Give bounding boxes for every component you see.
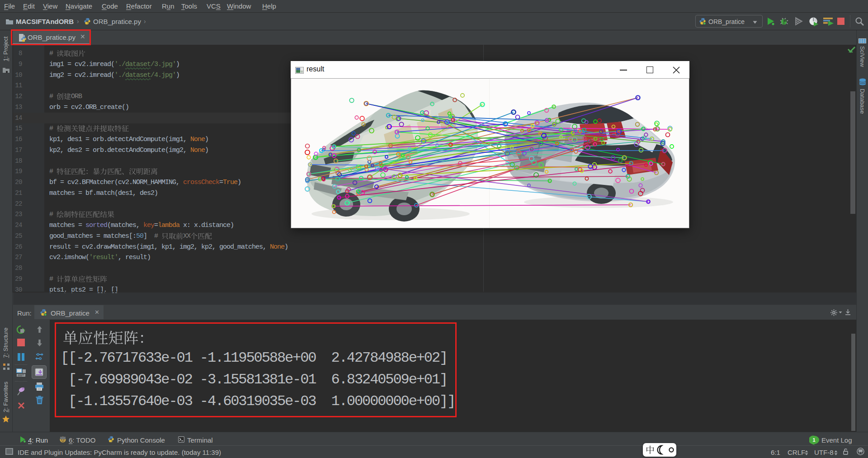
- svg-text:1: 1: [812, 437, 815, 443]
